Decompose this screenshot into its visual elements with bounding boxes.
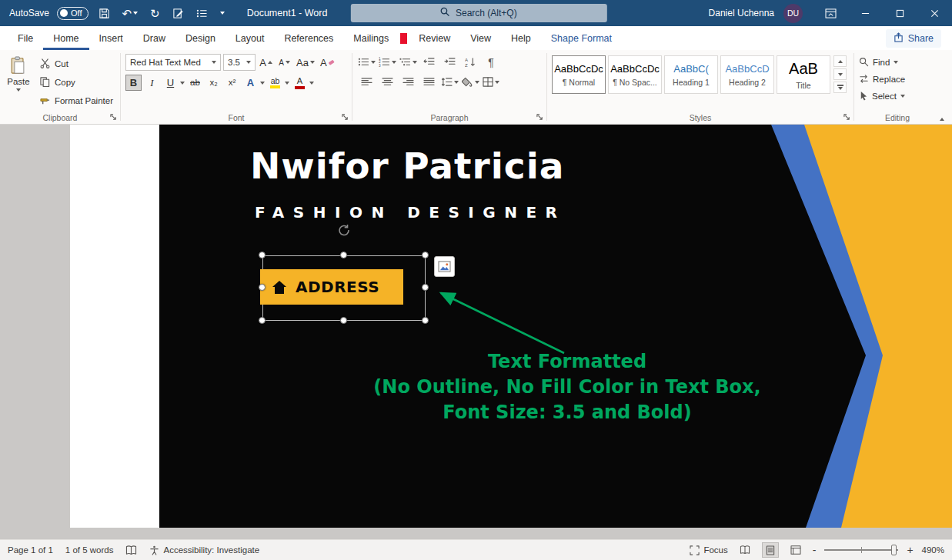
bullets-button[interactable] bbox=[357, 54, 376, 70]
styles-scroll-up-button[interactable] bbox=[833, 55, 847, 67]
page[interactable]: Nwifor Patricia FASHION DESIGNER ADDRESS bbox=[70, 125, 952, 528]
save-icon[interactable] bbox=[96, 4, 112, 22]
shrink-font-button[interactable]: A bbox=[276, 55, 292, 71]
style-normal[interactable]: AaBbCcDc ¶ Normal bbox=[552, 55, 606, 94]
word-count[interactable]: 1 of 5 words bbox=[65, 545, 114, 555]
read-mode-button[interactable] bbox=[737, 542, 753, 558]
align-left-button[interactable] bbox=[357, 74, 376, 90]
handle-bottom-left[interactable] bbox=[259, 317, 266, 324]
print-layout-button[interactable] bbox=[762, 542, 779, 558]
style-title[interactable]: AaB Title bbox=[777, 55, 830, 94]
focus-button[interactable]: Focus bbox=[690, 545, 727, 555]
format-painter-button[interactable]: Format Painter bbox=[37, 92, 116, 108]
editor-icon[interactable] bbox=[170, 4, 186, 22]
proofing-icon[interactable] bbox=[125, 545, 137, 555]
ribbon-display-options-icon[interactable] bbox=[813, 0, 848, 26]
handle-middle-right[interactable] bbox=[422, 284, 429, 291]
zoom-level[interactable]: 490% bbox=[922, 545, 944, 555]
sort-button[interactable]: AZ bbox=[461, 54, 479, 70]
italic-button[interactable]: I bbox=[144, 75, 160, 91]
decrease-indent-button[interactable] bbox=[419, 54, 438, 70]
multilevel-list-button[interactable] bbox=[399, 54, 417, 70]
clipboard-dialog-launcher[interactable] bbox=[109, 112, 118, 122]
copy-button[interactable]: Copy bbox=[37, 74, 116, 90]
align-right-button[interactable] bbox=[399, 74, 417, 90]
select-button[interactable]: Select bbox=[859, 88, 937, 103]
underline-button[interactable]: U bbox=[162, 75, 185, 91]
tab-home[interactable]: Home bbox=[43, 26, 89, 50]
qat-chevron-icon[interactable] bbox=[218, 4, 227, 22]
handle-top-right[interactable] bbox=[422, 252, 429, 258]
highlight-color-button[interactable]: ab bbox=[267, 75, 289, 91]
replace-button[interactable]: Replace bbox=[859, 72, 937, 86]
borders-button[interactable] bbox=[482, 74, 500, 90]
handle-top-left[interactable] bbox=[259, 252, 266, 258]
handle-bottom-center[interactable] bbox=[340, 317, 347, 324]
tab-mailings[interactable]: Mailings bbox=[343, 26, 399, 50]
font-size-combo[interactable]: 3.5 bbox=[223, 54, 256, 71]
avatar[interactable]: DU bbox=[783, 4, 803, 23]
tab-view[interactable]: View bbox=[460, 26, 501, 50]
autosave-toggle[interactable]: Off bbox=[57, 7, 88, 20]
tab-file[interactable]: File bbox=[8, 26, 43, 50]
clear-formatting-button[interactable]: A bbox=[319, 55, 336, 71]
style-no-spacing[interactable]: AaBbCcDc ¶ No Spac... bbox=[608, 55, 662, 94]
styles-dialog-launcher[interactable] bbox=[842, 112, 851, 122]
show-formatting-button[interactable]: ¶ bbox=[482, 54, 500, 70]
maximize-button[interactable] bbox=[883, 0, 917, 26]
font-color-button[interactable]: A bbox=[292, 75, 314, 91]
minimize-button[interactable] bbox=[848, 0, 883, 26]
tab-design[interactable]: Design bbox=[175, 26, 225, 50]
superscript-button[interactable]: x² bbox=[224, 75, 240, 91]
tab-review[interactable]: Review bbox=[409, 26, 460, 50]
shading-button[interactable] bbox=[461, 74, 479, 90]
redo-icon[interactable]: ↻ bbox=[148, 4, 162, 22]
font-dialog-launcher[interactable] bbox=[340, 112, 349, 122]
handle-top-center[interactable] bbox=[340, 252, 347, 258]
zoom-in-button[interactable]: + bbox=[907, 544, 913, 556]
page-indicator[interactable]: Page 1 of 1 bbox=[8, 545, 53, 555]
increase-indent-button[interactable] bbox=[440, 54, 459, 70]
tab-insert[interactable]: Insert bbox=[89, 26, 133, 50]
undo-icon[interactable]: ↶ bbox=[120, 4, 141, 22]
tab-draw[interactable]: Draw bbox=[133, 26, 175, 50]
accessibility-status[interactable]: Accessibility: Investigate bbox=[149, 545, 259, 555]
user-name[interactable]: Daniel Uchenna bbox=[709, 8, 774, 18]
find-button[interactable]: Find bbox=[859, 55, 937, 69]
business-card-design[interactable]: Nwifor Patricia FASHION DESIGNER ADDRESS bbox=[159, 125, 952, 528]
style-heading-1[interactable]: AaBbC( Heading 1 bbox=[664, 55, 718, 94]
document-canvas[interactable]: Nwifor Patricia FASHION DESIGNER ADDRESS bbox=[0, 125, 952, 539]
tab-references[interactable]: References bbox=[274, 26, 343, 50]
card-role-text[interactable]: FASHION DESIGNER bbox=[255, 203, 566, 222]
tab-shape-format[interactable]: Shape Format bbox=[541, 26, 622, 50]
card-name-text[interactable]: Nwifor Patricia bbox=[250, 145, 565, 187]
style-heading-2[interactable]: AaBbCcD Heading 2 bbox=[720, 55, 774, 94]
tab-layout[interactable]: Layout bbox=[225, 26, 275, 50]
line-spacing-button[interactable] bbox=[440, 74, 459, 90]
zoom-slider[interactable] bbox=[824, 549, 898, 551]
rotate-handle[interactable] bbox=[337, 223, 351, 237]
bullet-list-icon[interactable] bbox=[194, 4, 210, 22]
layout-options-button[interactable] bbox=[434, 256, 455, 277]
paragraph-dialog-launcher[interactable] bbox=[535, 112, 544, 122]
paste-button[interactable]: Paste bbox=[5, 54, 32, 110]
handle-middle-left[interactable] bbox=[259, 284, 266, 291]
collapse-ribbon-button[interactable] bbox=[940, 105, 944, 118]
text-effects-button[interactable]: A bbox=[242, 75, 265, 91]
zoom-out-button[interactable]: - bbox=[813, 544, 817, 556]
search-bar[interactable]: Search (Alt+Q) bbox=[350, 4, 606, 22]
justify-button[interactable] bbox=[419, 74, 438, 90]
change-case-button[interactable]: Aa bbox=[295, 55, 316, 71]
font-name-combo[interactable]: Red Hat Text Med bbox=[125, 54, 221, 71]
bold-button[interactable]: B bbox=[125, 75, 142, 91]
grow-font-button[interactable]: A bbox=[258, 55, 274, 71]
align-center-button[interactable] bbox=[378, 74, 396, 90]
address-textbox[interactable]: ADDRESS bbox=[260, 269, 403, 305]
close-button[interactable] bbox=[917, 0, 952, 26]
strikethrough-button[interactable]: ab bbox=[187, 75, 203, 91]
styles-gallery-more-button[interactable] bbox=[833, 82, 847, 93]
subscript-button[interactable]: x₂ bbox=[205, 75, 222, 91]
cut-button[interactable]: Cut bbox=[37, 55, 116, 72]
zoom-slider-thumb[interactable] bbox=[891, 545, 897, 555]
numbering-button[interactable]: 123 bbox=[378, 54, 396, 70]
